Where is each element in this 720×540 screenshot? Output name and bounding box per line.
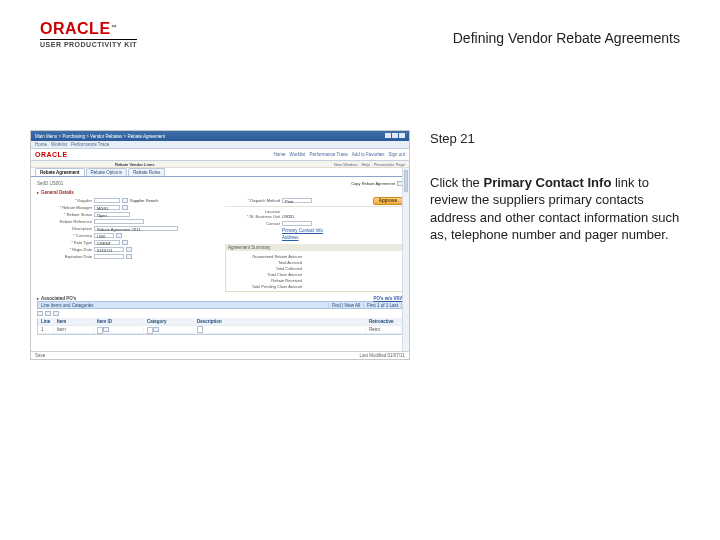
nav-fav[interactable]: Add to Favorites bbox=[352, 152, 385, 157]
tab-rebate-rules[interactable]: Rebate Rules bbox=[128, 168, 165, 176]
currency-label: Currency bbox=[76, 233, 92, 238]
grid-find[interactable]: Find | View All bbox=[329, 303, 364, 308]
setid-label: SetID US001 bbox=[37, 181, 63, 186]
grid-title: Line Items and Categories bbox=[38, 303, 329, 308]
oracle-header-bar: ORACLE Home Worklist Performance Trace A… bbox=[31, 149, 409, 161]
delete-row-icon[interactable] bbox=[45, 311, 51, 316]
expiration-date-input[interactable] bbox=[94, 254, 124, 259]
lookup-icon[interactable] bbox=[122, 240, 128, 245]
general-left-column: *SupplierSupplier Search *Rebate Manager… bbox=[37, 197, 215, 292]
sum-collected-label: Total Collected bbox=[230, 266, 302, 271]
col-item[interactable]: Item bbox=[54, 319, 94, 324]
browser-toolbar: Home Worklist Performance Trace bbox=[31, 141, 409, 149]
grid-body: Line Item Item ID Category Description R… bbox=[37, 318, 403, 335]
new-window-link[interactable]: New Window bbox=[334, 162, 357, 167]
primary-contact-info-link[interactable]: Primary Contact Info bbox=[282, 228, 323, 233]
app-footer: Save Last Modified 01/07/11 bbox=[31, 351, 409, 359]
associated-pos-label: Associated PO's bbox=[41, 296, 76, 301]
supplier-input[interactable] bbox=[94, 198, 120, 203]
description-input[interactable]: Rebate Agreement 2011 bbox=[94, 226, 178, 231]
calendar-icon[interactable] bbox=[126, 247, 132, 252]
rebate-status-select[interactable]: Open bbox=[94, 212, 130, 217]
nav-worklist[interactable]: Worklist bbox=[290, 152, 306, 157]
nav-signout[interactable]: Sign out bbox=[388, 152, 405, 157]
rebate-mgr-input[interactable]: MGR1 bbox=[94, 205, 120, 210]
col-retro[interactable]: Retroactive bbox=[366, 319, 402, 324]
grid-row[interactable]: 1 Item Retro bbox=[38, 326, 402, 334]
app-screenshot: Main Menu > Purchasing > Vendor Rebates … bbox=[30, 130, 410, 360]
general-right-column: *Dispatch MethodPrintApprove Location *G… bbox=[225, 197, 403, 292]
step-text-pre: Click the bbox=[430, 175, 483, 190]
page-tabs: Rebate Agreement Rebate Options Rebate R… bbox=[31, 168, 409, 177]
footer-date: Last Modified 01/07/11 bbox=[359, 353, 405, 358]
gl-bu-value: US001 bbox=[282, 214, 294, 219]
grid-range: First 1 of 1 Last bbox=[364, 303, 402, 308]
address-link[interactable]: Address bbox=[282, 235, 299, 240]
section-general-details[interactable]: General Details bbox=[37, 190, 403, 195]
page-head-strip: Rebate Vendor Lines New Window Help Pers… bbox=[31, 161, 409, 168]
dispatch-method-select[interactable]: Print bbox=[282, 198, 312, 203]
customize-icon[interactable] bbox=[53, 311, 59, 316]
dispatch-method-label: Dispatch Method bbox=[250, 198, 280, 203]
guide-panel: Step 21 Click the Primary Contact Info l… bbox=[430, 130, 685, 244]
rate-type-input[interactable]: CRRNT bbox=[94, 240, 120, 245]
currency-input[interactable]: USD bbox=[94, 233, 114, 238]
agreement-summary-header: Agreement Summary bbox=[225, 244, 403, 251]
rebate-status-label: Rebate Status bbox=[67, 212, 92, 217]
cell-item[interactable]: Item bbox=[54, 327, 94, 332]
sum-accrued-label: Total Accrued bbox=[230, 260, 302, 265]
help-link[interactable]: Help bbox=[361, 162, 369, 167]
window-title: Main Menu > Purchasing > Vendor Rebates … bbox=[35, 134, 165, 139]
pos-without-vra-link[interactable]: PO's w/o VRA bbox=[373, 296, 403, 301]
save-button[interactable]: Save bbox=[35, 353, 45, 358]
calendar-icon[interactable] bbox=[126, 254, 132, 259]
tab-rebate-agreement[interactable]: Rebate Agreement bbox=[35, 168, 85, 176]
expiration-date-label: Expiration Date bbox=[65, 254, 92, 259]
oracle-logo-text: ORACLE bbox=[35, 151, 68, 158]
rebate-ref-input[interactable] bbox=[94, 219, 144, 224]
form-area: SetID US001 Copy Rebate Agreement Genera… bbox=[31, 177, 409, 338]
window-titlebar: Main Menu > Purchasing > Vendor Rebates … bbox=[31, 131, 409, 141]
lookup-icon[interactable] bbox=[122, 205, 128, 210]
contact-input[interactable] bbox=[282, 221, 312, 226]
begin-date-input[interactable]: 01/01/11 bbox=[94, 247, 124, 252]
cell-description-input[interactable] bbox=[197, 326, 203, 333]
add-row-icon[interactable] bbox=[37, 311, 43, 316]
col-description[interactable]: Description bbox=[194, 319, 366, 324]
description-label: Description bbox=[72, 226, 92, 231]
supplier-search-link[interactable]: Supplier Search bbox=[130, 198, 158, 203]
approve-button[interactable]: Approve bbox=[373, 197, 403, 205]
brand-logo: ORACLE™ USER PRODUCTIVITY KIT bbox=[40, 20, 137, 48]
vertical-scrollbar[interactable] bbox=[402, 168, 409, 351]
lookup-icon[interactable] bbox=[122, 198, 128, 203]
step-text-bold: Primary Contact Info bbox=[483, 175, 611, 190]
toolbar-item[interactable]: Performance Trace bbox=[71, 142, 109, 147]
gl-bu-label: GL Business Unit bbox=[249, 214, 280, 219]
lookup-icon[interactable] bbox=[116, 233, 122, 238]
contact-label: Contact bbox=[266, 221, 280, 226]
global-nav: Home Worklist Performance Trace Add to F… bbox=[274, 152, 405, 157]
col-category[interactable]: Category bbox=[144, 319, 194, 324]
toolbar-item[interactable]: Worklist bbox=[51, 142, 67, 147]
step-description: Click the Primary Contact Info link to r… bbox=[430, 174, 685, 244]
cell-line: 1 bbox=[38, 327, 54, 332]
step-label: Step 21 bbox=[430, 130, 685, 148]
col-itemid[interactable]: Item ID bbox=[94, 319, 144, 324]
sum-guaranteed-label: Guaranteed Rebate Amount bbox=[230, 254, 302, 259]
nav-perf[interactable]: Performance Trace bbox=[309, 152, 347, 157]
cell-retro: Retro bbox=[366, 327, 402, 332]
lookup-icon[interactable] bbox=[153, 327, 159, 332]
tab-rebate-options[interactable]: Rebate Options bbox=[86, 168, 127, 176]
nav-home[interactable]: Home bbox=[274, 152, 286, 157]
rebate-mgr-label: Rebate Manager bbox=[62, 205, 92, 210]
rate-type-label: Rate Type bbox=[74, 240, 92, 245]
sum-claim-label: Total Claim Amount bbox=[230, 272, 302, 277]
col-line[interactable]: Line bbox=[38, 319, 54, 324]
toolbar-item[interactable]: Home bbox=[35, 142, 47, 147]
window-buttons[interactable] bbox=[384, 133, 405, 139]
lookup-icon[interactable] bbox=[103, 327, 109, 332]
brand-tm: ™ bbox=[111, 24, 117, 30]
personalize-link[interactable]: Personalize Page bbox=[374, 162, 405, 167]
copy-agreement-link[interactable]: Copy Rebate Agreement bbox=[351, 181, 395, 186]
component-title: Rebate Vendor Lines bbox=[115, 162, 155, 167]
